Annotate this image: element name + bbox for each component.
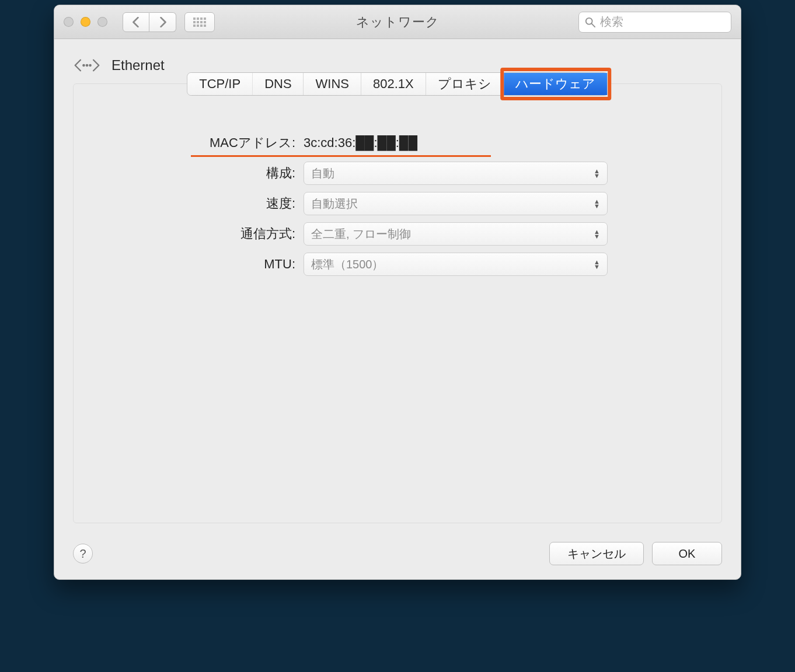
button-label: キャンセル bbox=[567, 546, 626, 562]
show-all-button[interactable] bbox=[184, 12, 215, 32]
tab-dns[interactable]: DNS bbox=[253, 73, 304, 95]
search-icon bbox=[585, 17, 595, 27]
content-panel: TCP/IP DNS WINS 802.1X プロキシ ハードウェア MACアド… bbox=[73, 83, 722, 523]
configure-value: 自動 bbox=[311, 166, 334, 181]
svg-rect-10 bbox=[200, 24, 203, 27]
tab-row: TCP/IP DNS WINS 802.1X プロキシ ハードウェア bbox=[187, 72, 608, 96]
svg-point-15 bbox=[86, 64, 89, 67]
panel-title: Ethernet bbox=[111, 57, 165, 74]
tab-wins[interactable]: WINS bbox=[304, 73, 361, 95]
traffic-lights bbox=[64, 17, 107, 27]
tab-label: 802.1X bbox=[373, 76, 414, 92]
svg-rect-7 bbox=[204, 21, 206, 23]
tab-8021x[interactable]: 802.1X bbox=[361, 73, 426, 95]
tab-tcpip[interactable]: TCP/IP bbox=[187, 73, 253, 95]
search-input[interactable] bbox=[600, 15, 725, 29]
mtu-value: 標準（1500） bbox=[311, 257, 384, 272]
duplex-select[interactable]: 全二重, フロー制御 ▲▼ bbox=[304, 222, 608, 246]
duplex-value: 全二重, フロー制御 bbox=[311, 226, 411, 242]
mtu-label: MTU: bbox=[187, 257, 295, 272]
ok-button[interactable]: OK bbox=[652, 542, 722, 565]
svg-rect-5 bbox=[197, 21, 199, 23]
mac-address-row: MACアドレス: 3c:cd:36:██:██:██ bbox=[187, 128, 608, 158]
search-field[interactable] bbox=[578, 12, 731, 33]
svg-rect-11 bbox=[204, 24, 206, 27]
chevron-updown-icon: ▲▼ bbox=[594, 260, 600, 269]
footer: ? キャンセル OK bbox=[54, 535, 741, 579]
svg-line-13 bbox=[592, 23, 595, 26]
tab-label: プロキシ bbox=[438, 75, 491, 93]
svg-point-12 bbox=[586, 18, 592, 24]
mac-address-value: 3c:cd:36:██:██:██ bbox=[304, 135, 417, 150]
ethernet-icon bbox=[73, 55, 101, 75]
svg-rect-8 bbox=[193, 24, 196, 27]
tab-proxy[interactable]: プロキシ bbox=[426, 73, 504, 95]
titlebar: ネットワーク bbox=[54, 5, 741, 39]
speed-label: 速度: bbox=[187, 195, 295, 212]
mtu-select[interactable]: 標準（1500） ▲▼ bbox=[304, 253, 608, 276]
chevron-updown-icon: ▲▼ bbox=[594, 199, 600, 208]
svg-point-14 bbox=[82, 64, 85, 67]
tab-label: TCP/IP bbox=[199, 76, 240, 92]
configure-label: 構成: bbox=[187, 164, 295, 182]
tab-hardware[interactable]: ハードウェア bbox=[504, 73, 608, 95]
svg-point-16 bbox=[89, 64, 92, 67]
configure-select[interactable]: 自動 ▲▼ bbox=[304, 162, 608, 185]
back-button[interactable] bbox=[123, 12, 149, 32]
speed-select[interactable]: 自動選択 ▲▼ bbox=[304, 192, 608, 215]
svg-rect-6 bbox=[200, 21, 203, 23]
tab-label: ハードウェア bbox=[515, 75, 595, 93]
nav-buttons bbox=[123, 12, 176, 32]
button-label: OK bbox=[679, 547, 696, 561]
minimize-window-button[interactable] bbox=[81, 17, 90, 27]
window-title: ネットワーク bbox=[356, 13, 440, 31]
forward-button[interactable] bbox=[149, 12, 176, 32]
duplex-row: 通信方式: 全二重, フロー制御 ▲▼ bbox=[187, 219, 608, 249]
svg-rect-0 bbox=[193, 18, 196, 20]
close-window-button[interactable] bbox=[64, 17, 74, 27]
zoom-window-button[interactable] bbox=[97, 17, 107, 27]
form-area: MACアドレス: 3c:cd:36:██:██:██ 構成: 自動 ▲▼ 速度:… bbox=[187, 128, 608, 279]
svg-rect-1 bbox=[197, 18, 199, 20]
tab-label: WINS bbox=[316, 76, 349, 92]
svg-rect-9 bbox=[197, 24, 199, 27]
mac-address-label: MACアドレス: bbox=[187, 134, 295, 152]
svg-rect-4 bbox=[193, 21, 196, 23]
tab-label: DNS bbox=[264, 76, 291, 92]
chevron-updown-icon: ▲▼ bbox=[594, 169, 600, 178]
speed-value: 自動選択 bbox=[311, 196, 358, 212]
chevron-updown-icon: ▲▼ bbox=[594, 229, 600, 239]
preferences-window: ネットワーク Ethernet TCP/IP DNS WINS 802.1X プ… bbox=[54, 5, 741, 580]
duplex-label: 通信方式: bbox=[187, 225, 295, 243]
svg-rect-2 bbox=[200, 18, 203, 20]
mtu-row: MTU: 標準（1500） ▲▼ bbox=[187, 249, 608, 279]
configure-row: 構成: 自動 ▲▼ bbox=[187, 158, 608, 188]
help-icon: ? bbox=[79, 547, 86, 561]
speed-row: 速度: 自動選択 ▲▼ bbox=[187, 188, 608, 219]
grid-icon bbox=[193, 18, 206, 27]
svg-rect-3 bbox=[204, 18, 206, 20]
cancel-button[interactable]: キャンセル bbox=[549, 542, 644, 565]
help-button[interactable]: ? bbox=[73, 544, 93, 564]
